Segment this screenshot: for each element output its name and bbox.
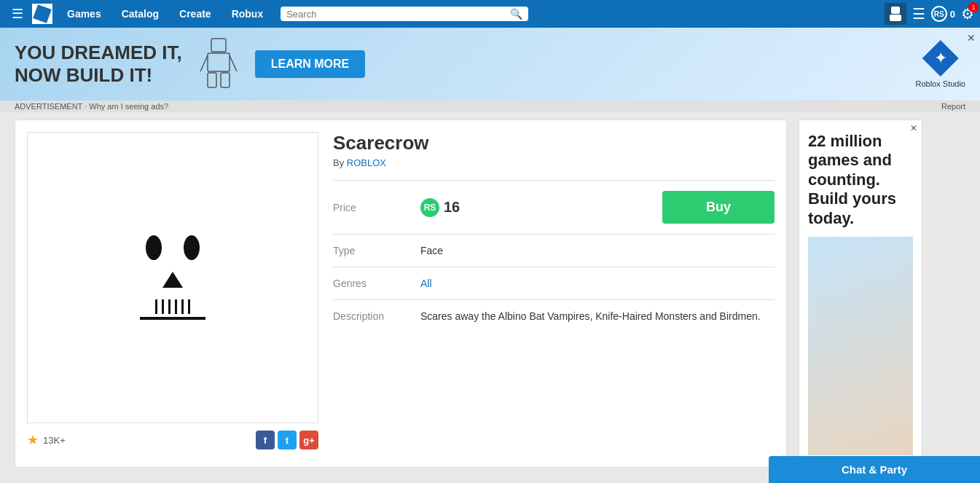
ad-footer: ADVERTISEMENT · Why am I seeing ads? Rep… <box>0 101 980 112</box>
product-title: Scarecrow <box>333 132 775 154</box>
nav-right-area: ☰ RS 0 ⚙ 1 <box>885 3 974 25</box>
scarecrow-right-eye <box>184 235 200 260</box>
svg-rect-0 <box>891 7 900 14</box>
twitter-share-button[interactable]: t <box>278 431 297 449</box>
robux-count: 0 <box>950 9 955 20</box>
robux-icon: RS <box>931 6 947 22</box>
product-card: ★ 13K+ f t g+ Scarecrow By ROBLOX Price <box>15 119 787 468</box>
type-label: Type <box>333 245 406 256</box>
studio-logo-icon: ✦ <box>922 40 959 76</box>
creator-link[interactable]: ROBLOX <box>347 157 386 168</box>
svg-rect-1 <box>890 15 901 21</box>
side-ad-close-button[interactable]: ✕ <box>910 123 917 133</box>
genres-label: Genres <box>333 278 406 289</box>
description-row: Description Scares away the Albino Bat V… <box>333 310 775 322</box>
navbar: ☰ Games Catalog Create Robux 🔍 ☰ RS 0 ⚙ … <box>0 0 980 28</box>
settings-icon[interactable]: ⚙ 1 <box>961 5 974 23</box>
buy-button[interactable]: Buy <box>662 191 775 224</box>
star-rating: ★ 13K+ <box>27 432 66 448</box>
studio-label: Roblox Studio <box>916 79 966 88</box>
product-image-area: ★ 13K+ f t g+ <box>27 132 318 449</box>
facebook-share-button[interactable]: f <box>256 431 275 449</box>
scarecrow-nose <box>162 272 183 288</box>
hamburger-menu[interactable]: ☰ <box>6 3 29 25</box>
type-value: Face <box>420 245 443 256</box>
svg-rect-3 <box>208 53 230 71</box>
svg-rect-6 <box>208 73 216 87</box>
main-layout: ★ 13K+ f t g+ Scarecrow By ROBLOX Price <box>0 112 980 475</box>
robux-display[interactable]: RS 0 <box>931 6 955 22</box>
svg-rect-7 <box>221 73 230 87</box>
scarecrow-mouth-bar <box>140 317 205 320</box>
price-label: Price <box>333 202 406 213</box>
scarecrow-eyes <box>146 235 200 260</box>
star-icon[interactable]: ★ <box>27 432 39 448</box>
side-ad: ✕ 22 million games and counting. Build y… <box>799 119 922 468</box>
scarecrow-stitches <box>155 299 190 314</box>
roblox-logo[interactable] <box>32 4 52 24</box>
ad-studio-area: ✦ Roblox Studio <box>916 40 966 88</box>
price-area: RS 16 Buy <box>420 191 775 224</box>
ad-label-text: ADVERTISEMENT · Why am I seeing ads? <box>15 102 168 111</box>
ad-figure-icon <box>197 35 240 93</box>
ad-learn-more-button[interactable]: LEARN MORE <box>255 50 366 78</box>
product-footer: ★ 13K+ f t g+ <box>27 431 318 449</box>
chat-party-button[interactable]: Chat & Party <box>769 456 980 483</box>
ad-close-button[interactable]: ✕ <box>967 32 976 44</box>
search-icon[interactable]: 🔍 <box>510 8 522 20</box>
nav-link-create[interactable]: Create <box>170 5 220 23</box>
svg-line-4 <box>200 55 208 71</box>
nav-link-catalog[interactable]: Catalog <box>113 5 168 23</box>
robux-badge-icon: RS <box>420 198 439 217</box>
avatar[interactable] <box>885 3 906 25</box>
ad-inner: YOU DREAMED IT, NOW BUILD IT! LEARN MORE… <box>0 28 980 101</box>
googleplus-share-button[interactable]: g+ <box>299 431 318 449</box>
messages-icon[interactable]: ☰ <box>912 5 925 23</box>
description-value: Scares away the Albino Bat Vampires, Kni… <box>420 310 761 322</box>
side-ad-content: 22 million games and counting. Build you… <box>799 120 922 467</box>
nav-link-games[interactable]: Games <box>58 5 110 23</box>
genres-value[interactable]: All <box>420 278 432 289</box>
ad-headline: YOU DREAMED IT, NOW BUILD IT! <box>15 42 182 87</box>
side-ad-headline: 22 million games and counting. Build you… <box>808 132 913 228</box>
svg-line-5 <box>230 55 237 71</box>
settings-badge: 1 <box>968 2 979 12</box>
scarecrow-mouth <box>140 299 205 320</box>
nav-link-robux[interactable]: Robux <box>223 5 273 23</box>
genres-row: Genres All <box>333 278 775 289</box>
social-icons: f t g+ <box>256 431 318 449</box>
search-bar: 🔍 <box>281 7 528 21</box>
svg-rect-2 <box>211 39 226 52</box>
rating-count: 13K+ <box>43 435 66 446</box>
price-number: 16 <box>444 199 460 216</box>
scarecrow-face-display <box>140 235 205 320</box>
product-info: Scarecrow By ROBLOX Price RS 16 Buy T <box>333 132 775 332</box>
side-ad-image <box>808 237 913 455</box>
product-image-box <box>27 132 318 423</box>
ad-report-link[interactable]: Report <box>941 102 965 111</box>
price-row: Price RS 16 Buy <box>333 191 775 224</box>
product-by: By ROBLOX <box>333 157 775 168</box>
search-input[interactable] <box>286 9 510 20</box>
ad-banner: YOU DREAMED IT, NOW BUILD IT! LEARN MORE… <box>0 28 980 101</box>
scarecrow-left-eye <box>146 235 162 260</box>
description-label: Description <box>333 310 406 322</box>
robux-price: RS 16 <box>420 198 460 217</box>
type-row: Type Face <box>333 245 775 256</box>
